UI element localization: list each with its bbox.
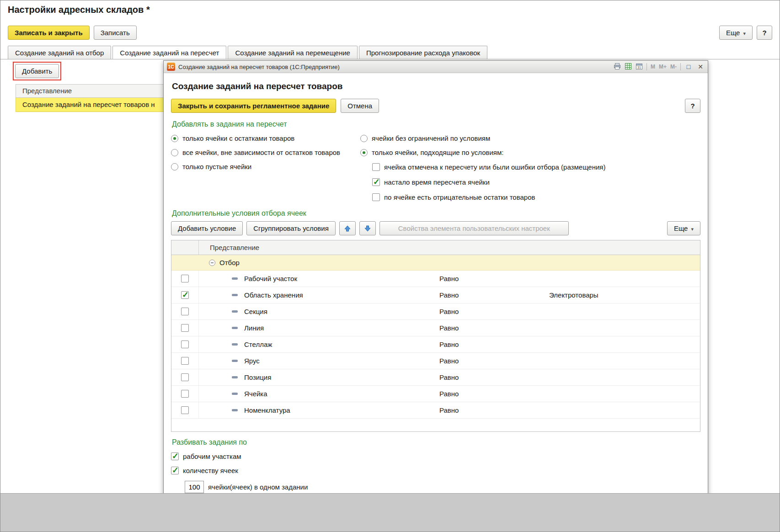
radio-empty-cells[interactable] bbox=[171, 163, 178, 170]
help-button[interactable]: ? bbox=[757, 26, 772, 40]
condition-checkboxes: ячейка отмечена к пересчету или были оши… bbox=[372, 160, 700, 205]
row-checkbox[interactable] bbox=[181, 373, 189, 381]
checkbox-marked-for-recount[interactable] bbox=[372, 163, 380, 171]
header-checkbox-column bbox=[171, 240, 199, 255]
checkbox-by-cell-count[interactable] bbox=[171, 467, 179, 474]
condition-comparison: Равно bbox=[439, 308, 549, 315]
row-checkbox[interactable] bbox=[181, 406, 189, 414]
cells-per-task-input[interactable] bbox=[185, 481, 204, 493]
tab-packaging-forecast[interactable]: Прогнозирование расхода упаковок bbox=[359, 46, 487, 59]
calculator-icon[interactable] bbox=[625, 63, 632, 71]
dialog-action-row: Закрыть и сохранить регламентное задание… bbox=[171, 99, 700, 113]
checkbox-recount-time[interactable] bbox=[372, 178, 380, 186]
dialog-heading: Создание заданий на пересчет товаров bbox=[172, 81, 700, 91]
condition-row[interactable]: Область хранения Равно Электротовары bbox=[171, 287, 700, 303]
tab-create-picking-tasks[interactable]: Создание заданий на отбор bbox=[8, 46, 111, 59]
close-icon[interactable] bbox=[696, 63, 705, 70]
condition-row[interactable]: Стеллаж Равно bbox=[171, 336, 700, 353]
radio-label: только ячейки, подходящие по условиям: bbox=[372, 149, 503, 156]
memory-subtract-button[interactable]: M- bbox=[670, 64, 677, 70]
row-checkbox[interactable] bbox=[181, 291, 189, 299]
row-checkbox[interactable] bbox=[181, 390, 189, 398]
condition-name: Номенклатура bbox=[244, 406, 290, 414]
save-button[interactable]: Записать bbox=[94, 26, 137, 40]
save-and-close-button[interactable]: Записать и закрыть bbox=[8, 26, 90, 40]
add-condition-button[interactable]: Добавить условие bbox=[171, 221, 243, 235]
checkbox-row: настало время пересчета ячейки bbox=[372, 175, 700, 190]
condition-row[interactable]: Ячейка Равно bbox=[171, 386, 700, 402]
maximize-icon[interactable] bbox=[684, 63, 693, 70]
memory-add-button[interactable]: M+ bbox=[659, 64, 667, 70]
tab-create-movement-tasks[interactable]: Создание заданий на перемещение bbox=[228, 46, 357, 59]
conditions-section-title: Дополнительные условия отбора ячеек bbox=[172, 209, 700, 218]
add-button[interactable]: Добавить bbox=[15, 64, 59, 78]
tab-bar: Создание заданий на отбор Создание задан… bbox=[8, 46, 489, 59]
condition-item-icon bbox=[232, 277, 238, 280]
red-highlight-annotation: Добавить bbox=[13, 62, 61, 80]
cancel-button[interactable]: Отмена bbox=[341, 99, 379, 113]
titlebar-divider bbox=[646, 63, 647, 70]
recount-tasks-dialog: 1С Создание заданий на пересчет товаров … bbox=[163, 60, 708, 532]
condition-row[interactable]: Ярус Равно bbox=[171, 353, 700, 369]
move-up-button[interactable] bbox=[339, 221, 356, 235]
split-section-title: Разбивать задания по bbox=[172, 438, 700, 447]
checkbox-by-work-areas[interactable] bbox=[171, 452, 179, 460]
condition-name: Рабочий участок bbox=[244, 275, 297, 282]
radio-cells-by-conditions[interactable] bbox=[360, 149, 368, 156]
condition-row[interactable]: Линия Равно bbox=[171, 320, 700, 336]
radio-cells-with-stock[interactable] bbox=[171, 135, 178, 142]
memory-store-button[interactable]: M bbox=[651, 64, 655, 70]
more-button[interactable]: Еще bbox=[719, 26, 753, 40]
checkbox-label: настало время пересчета ячейки bbox=[384, 178, 490, 186]
move-down-button[interactable] bbox=[359, 221, 376, 235]
condition-row[interactable]: Секция Равно bbox=[171, 303, 700, 320]
row-checkbox[interactable] bbox=[181, 340, 189, 348]
bottom-strip bbox=[0, 493, 780, 532]
conditions-more-button[interactable]: Еще bbox=[667, 221, 700, 235]
checkbox-negative-stock[interactable] bbox=[372, 193, 380, 201]
split-section: Разбивать задания по рабочим участкам ко… bbox=[171, 438, 700, 494]
condition-name: Ярус bbox=[244, 357, 260, 365]
condition-item-icon bbox=[232, 310, 238, 313]
filter-group-row[interactable]: Отбор bbox=[171, 255, 700, 271]
dialog-help-button[interactable]: ? bbox=[685, 99, 700, 113]
condition-item-icon bbox=[232, 327, 238, 329]
condition-row[interactable]: Номенклатура Равно bbox=[171, 402, 700, 419]
condition-name: Линия bbox=[244, 324, 264, 332]
close-and-save-job-button[interactable]: Закрыть и сохранить регламентное задание bbox=[171, 99, 336, 113]
condition-name: Секция bbox=[244, 308, 267, 315]
checkbox-row: ячейка отмечена к пересчету или были оши… bbox=[372, 160, 700, 175]
condition-comparison: Равно bbox=[439, 406, 549, 414]
radio-row: только пустые ячейки bbox=[171, 160, 360, 174]
svg-text:31: 31 bbox=[637, 66, 641, 69]
checkbox-row: по ячейке есть отрицательные остатки тов… bbox=[372, 190, 700, 205]
checkbox-label: рабочим участкам bbox=[183, 452, 241, 460]
collapse-icon[interactable] bbox=[209, 260, 215, 266]
conditions-table-header: Представление bbox=[171, 240, 700, 255]
conditions-toolbar: Добавить условие Сгруппировать условия С… bbox=[171, 221, 700, 235]
condition-item-icon bbox=[232, 409, 238, 411]
condition-item-icon bbox=[232, 360, 238, 362]
checkbox-label: количеству ячеек bbox=[183, 467, 238, 474]
row-checkbox[interactable] bbox=[181, 275, 189, 282]
radio-cells-unrestricted[interactable] bbox=[360, 135, 368, 142]
print-icon[interactable] bbox=[614, 63, 621, 71]
tab-create-recount-tasks[interactable]: Создание заданий на пересчет bbox=[112, 46, 226, 59]
cells-per-task-row: ячейки(ячеек) в одном задании bbox=[185, 479, 700, 494]
row-checkbox[interactable] bbox=[181, 324, 189, 332]
more-button-label: Еще bbox=[674, 224, 688, 232]
dialog-title: Создание заданий на пересчет товаров (1С… bbox=[178, 64, 340, 70]
condition-row[interactable]: Позиция Равно bbox=[171, 369, 700, 386]
user-settings-properties-button[interactable]: Свойства элемента пользовательских настр… bbox=[379, 221, 569, 235]
add-section-title: Добавлять в задания на пересчет bbox=[172, 120, 700, 128]
dialog-titlebar[interactable]: 1С Создание заданий на пересчет товаров … bbox=[164, 61, 708, 73]
row-checkbox[interactable] bbox=[181, 308, 189, 315]
radios-left-column: только ячейки с остатками товаров все яч… bbox=[171, 131, 360, 174]
radio-label: ячейки без ограничений по условиям bbox=[372, 134, 490, 142]
radio-all-cells[interactable] bbox=[171, 149, 178, 156]
calendar-icon[interactable]: 31 bbox=[636, 63, 643, 71]
group-conditions-button[interactable]: Сгруппировать условия bbox=[246, 221, 336, 235]
group-row-label: Отбор bbox=[219, 259, 240, 266]
row-checkbox[interactable] bbox=[181, 357, 189, 365]
condition-row[interactable]: Рабочий участок Равно bbox=[171, 271, 700, 287]
